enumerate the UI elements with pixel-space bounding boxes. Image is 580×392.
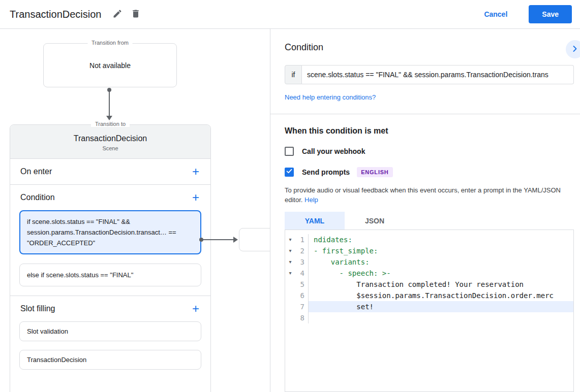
code-line-highlighted[interactable]: set! bbox=[309, 301, 573, 312]
cancel-button[interactable]: Cancel bbox=[476, 6, 515, 22]
fold-toggle-icon[interactable]: ▾ bbox=[285, 245, 295, 256]
top-bar: TransactionDecision Cancel Save bbox=[0, 0, 580, 29]
transition-from-node: Transition from Not available bbox=[43, 43, 177, 87]
line-number: 3 bbox=[295, 256, 309, 268]
condition-connector-line bbox=[203, 239, 233, 240]
fold-spacer bbox=[285, 312, 295, 323]
transition-from-content: Not available bbox=[44, 44, 176, 87]
fold-toggle-icon[interactable]: ▾ bbox=[285, 256, 295, 268]
slot-card-validation[interactable]: Slot validation bbox=[19, 321, 201, 341]
editor-line: ▾ 1 ndidates: bbox=[285, 234, 573, 245]
collapse-panel-button[interactable] bbox=[566, 40, 580, 58]
line-number: 7 bbox=[295, 301, 309, 312]
code-line[interactable]: variants: bbox=[309, 256, 573, 268]
send-prompts-row: Send prompts ENGLISH bbox=[285, 167, 574, 177]
line-number: 6 bbox=[295, 290, 309, 301]
slot-filling-section: Slot filling + bbox=[10, 296, 210, 321]
line-number: 8 bbox=[295, 312, 309, 323]
webhook-checkbox[interactable] bbox=[285, 147, 294, 156]
add-on-enter-button[interactable]: + bbox=[191, 167, 200, 177]
line-number: 1 bbox=[295, 234, 309, 245]
condition-detail-panel: Condition if Need help entering conditio… bbox=[270, 29, 580, 392]
fold-toggle-icon[interactable]: ▾ bbox=[285, 234, 295, 245]
editor-line: 6 $session.params.TransactionDecision.or… bbox=[285, 290, 573, 301]
fold-spacer bbox=[285, 290, 295, 301]
editor-line: ▾ 2 - first_simple: bbox=[285, 245, 573, 256]
if-label-chip: if bbox=[285, 65, 302, 84]
yaml-code-editor[interactable]: ▾ 1 ndidates: ▾ 2 - first_simple: ▾ 3 va… bbox=[285, 230, 574, 392]
prompt-description: To provide audio or visual feedback when… bbox=[285, 185, 574, 205]
condition-input-row: if bbox=[285, 65, 574, 84]
webhook-label: Call your webhook bbox=[302, 147, 365, 155]
code-line[interactable]: - speech: >- bbox=[309, 268, 573, 279]
fold-spacer bbox=[285, 279, 295, 290]
scene-card-subtitle: Scene bbox=[18, 145, 202, 151]
on-enter-section: On enter + bbox=[10, 159, 210, 185]
line-number: 5 bbox=[295, 279, 309, 290]
condition-expression-input[interactable] bbox=[302, 65, 574, 84]
slot-card-transaction-decision[interactable]: TransactionDecision bbox=[19, 350, 201, 370]
help-link[interactable]: Help bbox=[304, 196, 318, 204]
condition-card-selected[interactable]: if scene.slots.status == "FINAL" && sess… bbox=[19, 210, 201, 254]
line-number: 4 bbox=[295, 268, 309, 279]
fold-toggle-icon[interactable]: ▾ bbox=[285, 268, 295, 279]
webhook-row: Call your webhook bbox=[285, 147, 574, 156]
condition-section-label: Condition bbox=[20, 193, 55, 202]
editor-line: 8 bbox=[285, 312, 573, 323]
save-button[interactable]: Save bbox=[529, 5, 572, 23]
add-condition-button[interactable]: + bbox=[191, 192, 200, 203]
prompt-description-text: To provide audio or visual feedback when… bbox=[285, 186, 561, 204]
arrow-right-icon bbox=[233, 237, 238, 243]
chevron-right-icon bbox=[570, 44, 580, 55]
pencil-icon bbox=[112, 9, 123, 20]
editor-line: ▾ 3 variants: bbox=[285, 256, 573, 268]
line-number: 2 bbox=[295, 245, 309, 256]
trash-icon bbox=[131, 9, 141, 20]
condition-help-link[interactable]: Need help entering conditions? bbox=[285, 93, 376, 101]
transition-to-node: Transition to TransactionDecision Scene … bbox=[10, 124, 211, 392]
scene-diagram-canvas: Transition from Not available Transition… bbox=[0, 29, 270, 392]
condition-editor-section: Condition if Need help entering conditio… bbox=[270, 29, 580, 114]
on-enter-label: On enter bbox=[20, 167, 52, 176]
connector-line bbox=[109, 91, 110, 116]
delete-scene-button[interactable] bbox=[127, 5, 145, 23]
checkmark-icon bbox=[286, 168, 293, 177]
condition-met-section: When this condition is met Call your web… bbox=[270, 114, 580, 392]
language-badge: ENGLISH bbox=[357, 167, 393, 177]
arrow-down-icon bbox=[106, 116, 112, 120]
fold-spacer bbox=[285, 301, 295, 312]
code-line[interactable]: $session.params.TransactionDecision.orde… bbox=[309, 290, 573, 301]
page-title: TransactionDecision bbox=[10, 9, 101, 20]
send-prompts-label: Send prompts bbox=[302, 168, 350, 176]
code-line[interactable]: ndidates: bbox=[309, 234, 573, 245]
tab-yaml[interactable]: YAML bbox=[285, 212, 345, 230]
slot-filling-label: Slot filling bbox=[20, 304, 55, 313]
send-prompts-checkbox[interactable] bbox=[285, 168, 294, 177]
edit-title-button[interactable] bbox=[108, 5, 127, 23]
add-slot-button[interactable]: + bbox=[191, 304, 200, 314]
editor-format-tabs: YAML JSON bbox=[285, 212, 574, 230]
transition-from-label: Transition from bbox=[87, 40, 133, 46]
code-line[interactable]: Transaction completed! Your reservation bbox=[309, 279, 573, 290]
condition-card[interactable]: else if scene.slots.status == "FINAL" bbox=[19, 264, 201, 286]
condition-section: Condition + bbox=[10, 185, 210, 210]
tab-json[interactable]: JSON bbox=[345, 212, 405, 230]
transition-to-label: Transition to bbox=[91, 121, 130, 127]
code-line[interactable]: - first_simple: bbox=[309, 245, 573, 256]
scene-card-title: TransactionDecision bbox=[18, 134, 202, 143]
scene-editor-page: TransactionDecision Cancel Save Transiti… bbox=[0, 0, 580, 392]
editor-line: 5 Transaction completed! Your reservatio… bbox=[285, 279, 573, 290]
editor-line: ▾ 4 - speech: >- bbox=[285, 268, 573, 279]
scene-card-header: TransactionDecision Scene bbox=[10, 125, 210, 159]
editor-line: 7 set! bbox=[285, 301, 573, 312]
condition-heading: Condition bbox=[285, 42, 574, 53]
code-line[interactable] bbox=[309, 312, 573, 323]
when-met-heading: When this condition is met bbox=[285, 126, 574, 136]
linked-scene-node[interactable] bbox=[239, 228, 270, 251]
